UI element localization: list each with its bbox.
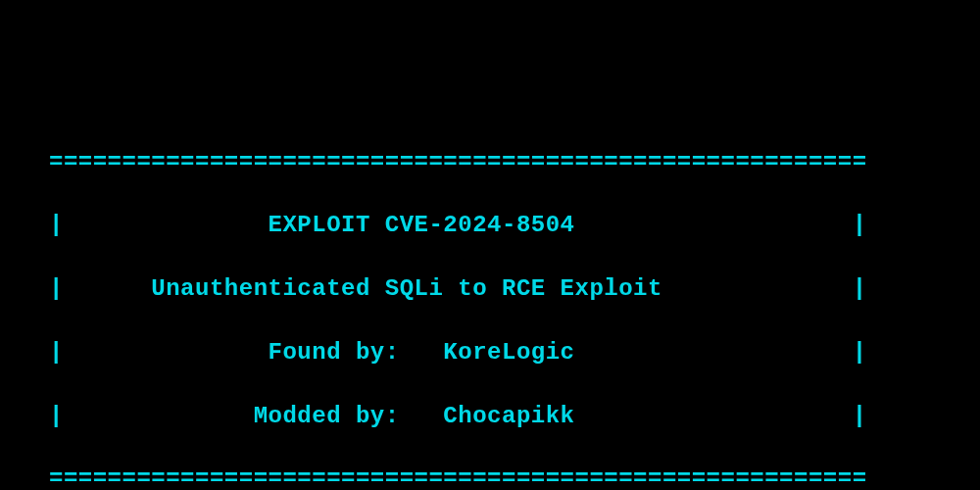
banner-foundby: | Found by: KoreLogic | xyxy=(49,337,931,368)
banner-border-top: ========================================… xyxy=(49,147,931,178)
banner-title: | EXPLOIT CVE-2024-8504 | xyxy=(49,210,931,241)
banner-subtitle: | Unauthenticated SQLi to RCE Exploit | xyxy=(49,273,931,305)
banner-border-bottom: ========================================… xyxy=(49,464,931,490)
banner-moddedby: | Modded by: Chocapikk | xyxy=(49,401,931,432)
